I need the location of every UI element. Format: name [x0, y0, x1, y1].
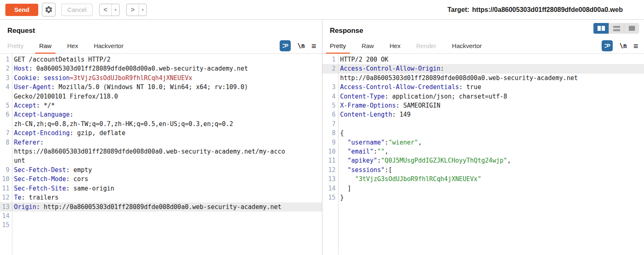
code-text: Gecko/20100101 Firefox/118.0	[12, 92, 118, 101]
line-number: 8	[322, 129, 338, 138]
code-text: Accept-Language:	[12, 110, 74, 119]
editor-line[interactable]: 1HTTP/2 200 OK	[322, 55, 644, 64]
tab-hackvertor[interactable]: Hackvertor	[452, 38, 482, 53]
editor-line[interactable]: 9Sec-Fetch-Dest: empty	[0, 165, 322, 175]
layout-single-button[interactable]	[624, 23, 639, 34]
editor-line[interactable]: 9 "username":"wiener",	[322, 138, 644, 147]
editor-line[interactable]: Gecko/20100101 Firefox/118.0	[0, 92, 322, 101]
code-text: ]	[338, 184, 351, 193]
editor-line[interactable]: http://0a86005303d01ff28089dfde008d00a0.…	[322, 74, 644, 83]
editor-line[interactable]: 13 "3tVjzG3sOdUJboR9fhlRCqh4jXNEUEVx"	[322, 175, 644, 184]
line-number: 14	[322, 184, 338, 193]
response-menu-icon[interactable]: ≡	[633, 42, 638, 50]
request-editor[interactable]: 1GET /accountDetails HTTP/22Host: 0a8600…	[0, 54, 322, 255]
cancel-button[interactable]: Cancel	[61, 4, 93, 16]
request-panel: Request PrettyRawHexHackvertor \n ≡ 1GET…	[0, 20, 322, 255]
back-button[interactable]: <	[100, 4, 111, 16]
code-text: Access-Control-Allow-Credentials: true	[338, 83, 481, 92]
editor-line[interactable]: 2Access-Control-Allow-Origin:	[322, 64, 644, 73]
editor-line[interactable]: 3Cookie: session=3tVjzG3sOdUJboR9fhlRCqh…	[0, 74, 322, 83]
line-number: 1	[322, 55, 338, 64]
request-editor-lines: 1GET /accountDetails HTTP/22Host: 0a8600…	[0, 55, 322, 230]
editor-line[interactable]: 10Sec-Fetch-Mode: cors	[0, 175, 322, 184]
tab-pretty[interactable]: Pretty	[330, 38, 346, 53]
line-number: 15	[322, 193, 338, 202]
code-text: "email":"",	[338, 147, 388, 156]
tab-render[interactable]: Render	[416, 38, 436, 53]
layout-rows-button[interactable]	[609, 23, 624, 34]
send-button[interactable]: Send	[5, 4, 38, 16]
code-text: Host: 0a86005303d01ff28089dfde008d00a0.w…	[12, 64, 248, 73]
word-wrap-button[interactable]	[280, 40, 291, 51]
editor-line[interactable]: 13Origin: http://0a86005303d01ff28089dfd…	[0, 202, 322, 211]
code-text: https://0a86005303d01ff28089dfde008d00a0…	[12, 147, 285, 156]
line-number	[0, 119, 12, 129]
line-number: 9	[0, 165, 12, 175]
editor-line[interactable]: 14 ]	[322, 184, 644, 193]
line-number: 12	[322, 165, 338, 175]
editor-line[interactable]: unt	[0, 156, 322, 165]
code-text: Sec-Fetch-Mode: cors	[12, 175, 88, 184]
code-text: Access-Control-Allow-Origin:	[338, 64, 444, 73]
request-tabbar: PrettyRawHexHackvertor \n ≡	[0, 38, 322, 54]
show-newlines-button[interactable]: \n	[619, 42, 627, 50]
forward-button[interactable]: >	[127, 4, 139, 16]
forward-split-button: > ▾	[126, 4, 147, 16]
editor-line[interactable]: 6Accept-Language:	[0, 110, 322, 119]
tab-raw[interactable]: Raw	[39, 38, 51, 53]
tab-hex[interactable]: Hex	[67, 38, 78, 53]
editor-line[interactable]: 15	[0, 221, 322, 230]
code-text: Te: trailers	[12, 193, 58, 202]
tab-raw[interactable]: Raw	[361, 38, 374, 53]
code-text: "sessions":[	[338, 165, 392, 175]
word-wrap-button[interactable]	[602, 40, 613, 51]
line-number: 9	[322, 138, 338, 147]
back-dropdown-caret-icon[interactable]: ▾	[111, 4, 119, 16]
editor-line[interactable]: 5Accept: */*	[0, 101, 322, 110]
editor-line[interactable]: 12 "sessions":[	[322, 165, 644, 175]
code-text: "apikey":"Q0J5MUsgPddIGZJKLCHoyyThQtg24w…	[338, 156, 511, 165]
code-text: http://0a86005303d01ff28089dfde008d00a0.…	[338, 74, 578, 83]
editor-line[interactable]: 2Host: 0a86005303d01ff28089dfde008d00a0.…	[0, 64, 322, 73]
settings-button[interactable]	[42, 3, 56, 16]
editor-line[interactable]: 6Content-Length: 149	[322, 110, 644, 119]
tab-hackvertor[interactable]: Hackvertor	[94, 38, 124, 53]
code-text: GET /accountDetails HTTP/2	[12, 55, 111, 64]
request-title: Request	[7, 27, 35, 34]
editor-line[interactable]: 11Sec-Fetch-Site: same-origin	[0, 184, 322, 193]
editor-line[interactable]: 3Access-Control-Allow-Credentials: true	[322, 83, 644, 92]
editor-line[interactable]: 8Referer:	[0, 138, 322, 147]
editor-line[interactable]: https://0a86005303d01ff28089dfde008d00a0…	[0, 147, 322, 156]
editor-line[interactable]: 4User-Agent: Mozilla/5.0 (Windows NT 10.…	[0, 83, 322, 92]
request-menu-icon[interactable]: ≡	[311, 42, 316, 50]
editor-line[interactable]: 14	[0, 211, 322, 221]
editor-line[interactable]: 8{	[322, 129, 644, 138]
line-number: 11	[322, 156, 338, 165]
line-number: 1	[0, 55, 12, 64]
code-text: Sec-Fetch-Dest: empty	[12, 165, 92, 175]
layout-columns-button[interactable]	[593, 23, 609, 34]
line-number	[0, 147, 12, 156]
rows-layout-icon	[613, 26, 620, 31]
editor-line[interactable]: 7Accept-Encoding: gzip, deflate	[0, 129, 322, 138]
tab-pretty[interactable]: Pretty	[7, 38, 23, 53]
response-editor[interactable]: 1HTTP/2 200 OK2Access-Control-Allow-Orig…	[322, 54, 644, 255]
editor-line[interactable]: 12Te: trailers	[0, 193, 322, 202]
editor-line[interactable]: 1GET /accountDetails HTTP/2	[0, 55, 322, 64]
show-newlines-button[interactable]: \n	[297, 42, 305, 50]
editor-line[interactable]: 4Content-Type: application/json; charset…	[322, 92, 644, 101]
editor-line[interactable]: 11 "apikey":"Q0J5MUsgPddIGZJKLCHoyyThQtg…	[322, 156, 644, 165]
editor-line[interactable]: 10 "email":"",	[322, 147, 644, 156]
editor-line[interactable]: 7	[322, 119, 644, 129]
code-text: "3tVjzG3sOdUJboR9fhlRCqh4jXNEUEVx"	[338, 175, 481, 184]
line-number: 3	[0, 74, 12, 83]
tab-hex[interactable]: Hex	[389, 38, 401, 53]
gutter-divider	[12, 54, 12, 255]
editor-line[interactable]: 15}	[322, 193, 644, 202]
word-wrap-icon	[604, 42, 611, 49]
editor-line[interactable]: 5X-Frame-Options: SAMEORIGIN	[322, 101, 644, 110]
code-text: }	[338, 193, 344, 202]
editor-line[interactable]: zh-CN,zh;q=0.8,zh-TW;q=0.7,zh-HK;q=0.5,e…	[0, 119, 322, 129]
forward-dropdown-caret-icon[interactable]: ▾	[139, 4, 146, 16]
request-tabs: PrettyRawHexHackvertor	[7, 38, 139, 53]
